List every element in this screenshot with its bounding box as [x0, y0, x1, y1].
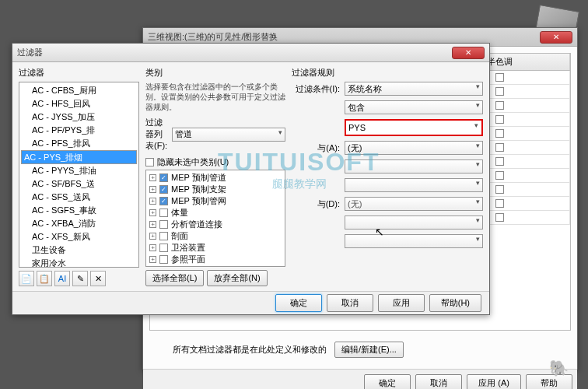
apply-button[interactable]: 应用: [378, 294, 425, 312]
titlebar-front[interactable]: 过滤器 ✕: [12, 44, 489, 62]
and-value-input: [345, 178, 483, 192]
category-list[interactable]: +✓MEP 预制管道+✓MEP 预制支架+✓MEP 预制管网+体量+分析管道连接…: [145, 170, 285, 267]
deselect-all-button[interactable]: 放弃全部(N): [207, 270, 267, 286]
filter-item[interactable]: 卫生设备: [21, 244, 137, 257]
filter-item[interactable]: AC - PYYS_排油: [21, 164, 137, 177]
category-item[interactable]: +分析管道连接: [148, 219, 283, 230]
expand-icon[interactable]: +: [149, 221, 156, 228]
note-text: 所有文档过滤器都是在此处定义和修改的: [173, 344, 327, 356]
category-label: 分析管道连接: [171, 219, 222, 230]
condition-value-input[interactable]: [346, 121, 481, 135]
category-checkbox[interactable]: [159, 232, 168, 240]
copy-filter-icon[interactable]: 📋: [37, 271, 52, 286]
category-checkbox[interactable]: ✓: [159, 197, 168, 205]
expand-icon[interactable]: +: [149, 198, 156, 205]
halftone-checkbox[interactable]: [495, 185, 504, 194]
filter-item[interactable]: AC - SGFS_事故: [21, 204, 137, 217]
category-item[interactable]: +剖面: [148, 230, 283, 242]
filter-item[interactable]: AC - XFS_新风: [21, 230, 137, 244]
halftone-checkbox[interactable]: [495, 157, 504, 166]
category-item[interactable]: +✓MEP 预制管道: [148, 172, 283, 184]
category-checkbox[interactable]: ✓: [159, 173, 168, 182]
filter-item[interactable]: AC - HFS_回风: [21, 97, 137, 110]
halftone-checkbox[interactable]: [495, 101, 504, 110]
filter-item[interactable]: AC - XFBA_消防: [21, 217, 137, 230]
halftone-checkbox[interactable]: [495, 73, 504, 82]
category-desc: 选择要包含在过滤器中的一个或多个类别。设置类别的公共参数可用于定义过滤器规则。: [145, 82, 285, 112]
expand-icon[interactable]: +: [149, 244, 156, 251]
halftone-checkbox[interactable]: [495, 129, 504, 138]
close-icon[interactable]: ✕: [540, 31, 572, 44]
halftone-checkbox[interactable]: [495, 87, 504, 96]
filter-item[interactable]: AC - SF/BFS_送: [21, 177, 137, 191]
category-label: 剖面: [171, 230, 188, 242]
category-item[interactable]: +图纸: [148, 265, 283, 267]
ok-button[interactable]: 确定: [275, 294, 322, 312]
category-item[interactable]: +✓MEP 预制支架: [148, 184, 283, 195]
cancel-button[interactable]: 取消: [327, 294, 373, 312]
category-label: MEP 预制支架: [171, 184, 226, 195]
and2-param-select: [345, 197, 483, 211]
halftone-checkbox[interactable]: [495, 213, 504, 222]
filter-toolbar: 📄 📋 AI ✎ ✕: [19, 271, 139, 286]
filter-dialog: 过滤器 ✕ 过滤器 AC - CFBS_厨用AC - HFS_回风AC - JY…: [12, 43, 490, 315]
halftone-checkbox[interactable]: [495, 199, 504, 208]
filter-tree[interactable]: AC - CFBS_厨用AC - HFS_回风AC - JYSS_加压AC - …: [19, 82, 139, 268]
select-all-button[interactable]: 选择全部(L): [145, 270, 204, 286]
logo-icon: 🐘: [549, 359, 569, 377]
delete-icon[interactable]: ✕: [90, 271, 106, 286]
condition-label: 过滤条件(I):: [292, 83, 340, 95]
condition-param-select[interactable]: [345, 82, 483, 96]
filter-item[interactable]: AC - PFS_排风: [21, 137, 137, 150]
and-op-select: [345, 159, 483, 173]
hide-unchecked-checkbox[interactable]: [145, 158, 154, 166]
filters-label: 过滤器: [19, 67, 139, 79]
filter-item[interactable]: AC - PF/PYS_排: [21, 124, 137, 137]
apply-button[interactable]: 应用 (A): [467, 374, 521, 389]
new-filter-icon[interactable]: 📄: [19, 271, 34, 286]
and-param-select[interactable]: [345, 141, 483, 155]
category-item[interactable]: +体量: [148, 207, 283, 219]
close-icon[interactable]: ✕: [452, 47, 485, 59]
filter-item[interactable]: AC - JYSS_加压: [21, 110, 137, 124]
cancel-button[interactable]: 取消: [415, 374, 462, 389]
category-checkbox[interactable]: [159, 220, 168, 229]
filter-item[interactable]: AC - PYS_排烟: [21, 150, 137, 164]
and2-label: 与(D):: [292, 198, 340, 210]
category-checkbox[interactable]: [159, 244, 168, 252]
category-item[interactable]: +参照平面: [148, 254, 283, 265]
ai-icon[interactable]: AI: [54, 271, 70, 286]
hide-unchecked-label: 隐藏未选中类别(U): [157, 156, 229, 168]
category-item[interactable]: +✓MEP 预制管网: [148, 195, 283, 207]
expand-icon[interactable]: +: [149, 186, 156, 193]
category-label: MEP 预制管道: [171, 172, 226, 184]
and2-value-input: [345, 234, 483, 248]
expand-icon[interactable]: +: [149, 174, 156, 181]
halftone-checkbox[interactable]: [495, 171, 504, 180]
dialog-title: 过滤器: [17, 47, 452, 58]
category-checkbox[interactable]: [159, 255, 168, 264]
halftone-checkbox[interactable]: [495, 115, 504, 124]
category-label: 卫浴装置: [171, 242, 205, 254]
expand-icon[interactable]: +: [149, 256, 156, 263]
filterlist-label: 过滤器列表(F):: [145, 117, 169, 152]
expand-icon[interactable]: +: [149, 209, 156, 216]
filter-item[interactable]: AC - CFBS_厨用: [21, 84, 137, 97]
condition-op-select[interactable]: [345, 100, 483, 114]
ok-button[interactable]: 确定: [364, 374, 411, 389]
rename-icon[interactable]: ✎: [72, 271, 88, 286]
and2-op-select: [345, 216, 483, 230]
filter-item[interactable]: AC - SFS_送风: [21, 191, 137, 204]
category-checkbox[interactable]: ✓: [159, 185, 168, 194]
rules-label: 过滤器规则: [292, 67, 483, 79]
expand-icon[interactable]: +: [149, 233, 156, 240]
category-label: 参照平面: [171, 254, 205, 265]
filter-item[interactable]: 家用冷水: [21, 257, 137, 268]
edit-new-button[interactable]: 编辑/新建(E)...: [334, 342, 404, 358]
category-item[interactable]: +卫浴装置: [148, 242, 283, 254]
help-button[interactable]: 帮助(H): [429, 294, 481, 312]
note-row: 所有文档过滤器都是在此处定义和修改的 编辑/新建(E)...: [149, 337, 571, 363]
category-checkbox[interactable]: [159, 209, 168, 217]
halftone-checkbox[interactable]: [495, 143, 504, 152]
filterlist-select[interactable]: [172, 128, 285, 142]
